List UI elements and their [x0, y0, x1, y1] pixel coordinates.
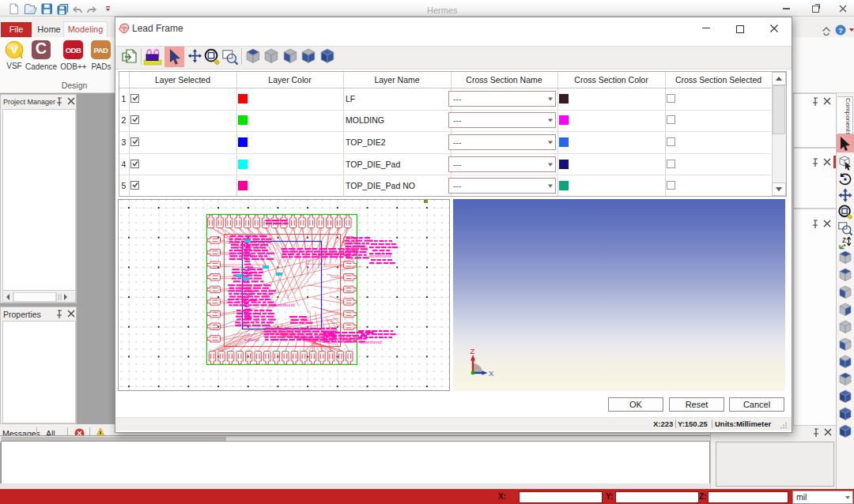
svg-text:downbond: downbond: [273, 303, 295, 307]
svg-text:z: z: [842, 235, 846, 244]
svg-text:Z: Z: [470, 348, 475, 355]
svg-text:s-bond: s-bond: [244, 337, 259, 342]
svg-text:V: V: [11, 44, 18, 56]
svg-text:downbond: downbond: [369, 254, 391, 258]
svg-text:?: ?: [838, 27, 843, 35]
svg-text:downbond: downbond: [308, 337, 330, 342]
svg-text:downbond: downbond: [360, 340, 382, 344]
svg-text:X: X: [489, 369, 494, 378]
svg-text:downbond: downbond: [330, 337, 352, 341]
svg-text:downbond: downbond: [346, 245, 368, 250]
